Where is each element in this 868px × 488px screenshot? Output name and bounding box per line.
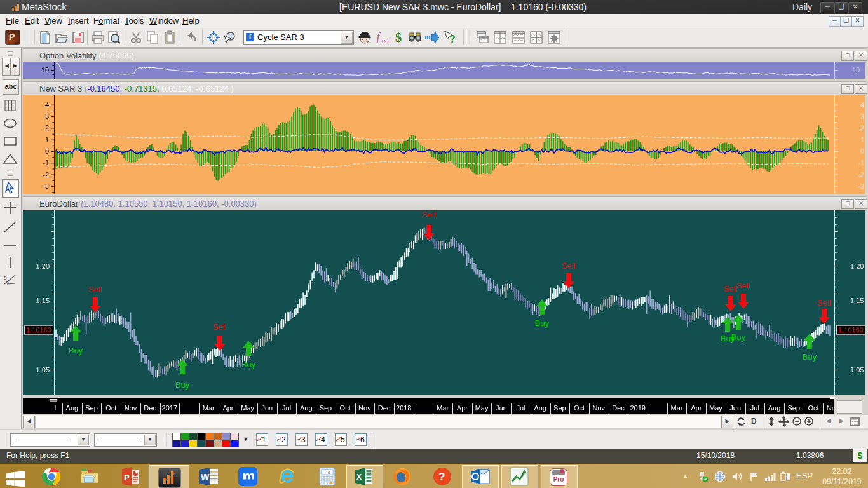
svg-text:?: ? xyxy=(449,34,456,44)
svg-text:$: $ xyxy=(395,30,402,44)
svg-text:(x): (x) xyxy=(382,37,389,44)
svg-text:s: s xyxy=(4,274,7,281)
svg-text:?: ? xyxy=(438,470,445,483)
svg-text:X: X xyxy=(356,473,362,482)
svg-text:f: f xyxy=(377,31,381,43)
svg-text:P: P xyxy=(124,473,130,482)
svg-text:W: W xyxy=(201,472,210,482)
